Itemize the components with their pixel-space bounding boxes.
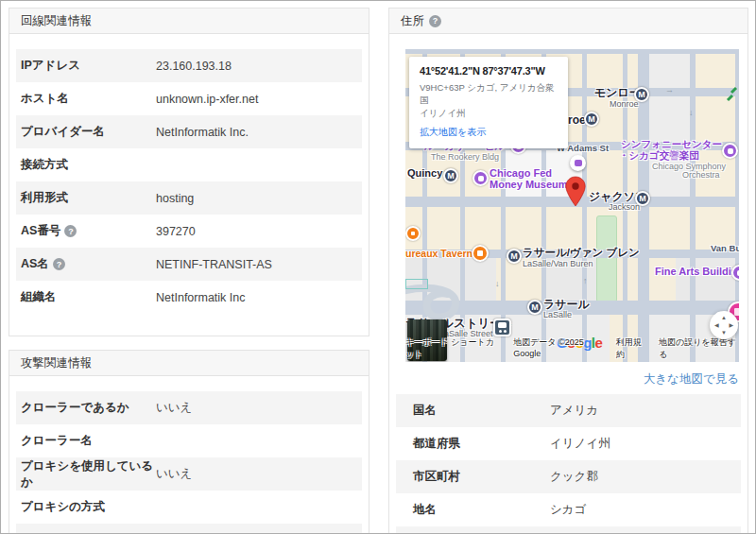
metro-icon-monroe-2[interactable]: M: [584, 112, 599, 127]
metro-icon-lasalle[interactable]: M: [527, 300, 542, 315]
location-marker-pin[interactable]: [565, 176, 586, 207]
label-text: 国名: [413, 403, 437, 419]
metro-icon-jackson[interactable]: M: [635, 191, 650, 206]
row-value: NETINF-TRANSIT-AS: [156, 258, 272, 271]
label-text: 利用形式: [21, 190, 68, 206]
network-card-title: 回線関連情報: [21, 13, 92, 29]
row-label: プロバイダー名: [16, 124, 156, 140]
row-value: いいえ: [156, 466, 192, 482]
table-row: 利用形式 hosting: [16, 181, 362, 215]
label-text: 組織名: [21, 289, 57, 305]
pan-left-icon[interactable]: ◀: [714, 322, 719, 328]
address-line-2: イリノイ州: [420, 107, 558, 119]
poi-label-tavern: ureaux Tavern: [405, 248, 472, 259]
table-row: プロキシの方式: [16, 491, 362, 524]
report-map-error-link[interactable]: 地図の誤りを報告する: [659, 336, 736, 361]
row-label: プロキシの方式: [16, 499, 156, 515]
station-sublabel-jackson: Jackson: [609, 202, 640, 212]
table-row: ホスト名 unknown.ip-xfer.net: [16, 82, 362, 115]
table-row: プロキシを使用しているか いいえ: [16, 457, 362, 491]
table-row-cut: [396, 526, 741, 534]
network-card-header: 回線関連情報: [9, 9, 369, 34]
table-row: 市区町村 クック郡: [396, 460, 741, 493]
table-row: AS番号? 397270: [16, 215, 362, 248]
label-text: クローラーであるか: [21, 400, 129, 416]
network-card-body: IPアドレス 23.160.193.18 ホスト名 unknown.ip-xfe…: [9, 34, 369, 314]
attack-card-title: 攻撃関連情報: [21, 355, 92, 371]
poi-sublabel-symphony-2: Orchestra: [682, 170, 720, 180]
help-icon[interactable]: ?: [64, 225, 77, 237]
coordinates-title: 41°52'41.2"N 87°37'47.3"W: [420, 65, 558, 77]
station-sublabel-lasalle: LaSalle: [543, 310, 572, 319]
pan-down-icon[interactable]: ▼: [721, 330, 727, 336]
poi-icon-fed-museum[interactable]: [472, 170, 489, 186]
station-label-quincy: Quincy: [407, 167, 442, 179]
table-row: クローラーであるか いいえ: [16, 391, 362, 424]
label-text: クローラー名: [21, 433, 93, 449]
poi-label-fed-2: Money Museum: [490, 179, 568, 190]
help-icon[interactable]: ?: [53, 258, 65, 270]
metro-icon-monroe[interactable]: M: [634, 87, 649, 102]
help-icon[interactable]: ?: [429, 15, 441, 27]
poi-icon-symphony[interactable]: [722, 143, 738, 159]
row-label: IPアドレス: [16, 58, 156, 74]
road-arrow-icon: ↓: [689, 108, 694, 117]
label-text: AS名: [21, 256, 49, 272]
row-label: 利用形式: [16, 190, 156, 206]
map-pan-control[interactable]: ▲ ▼ ◀ ▶: [710, 311, 738, 339]
attack-info-card: 攻撃関連情報 クローラーであるか いいえ クローラー名 プロキシを使用しているか…: [9, 350, 369, 534]
row-value: hosting: [156, 192, 194, 205]
keyboard-shortcuts-button[interactable]: キーボード ショートカット: [405, 336, 501, 361]
poi-sublabel-rookery: The Rookery Bldg: [431, 152, 499, 162]
attack-card-body: クローラーであるか いいえ クローラー名 プロキシを使用しているか いいえ プロ…: [9, 376, 369, 534]
poi-label-fed-1: Chicago Fed: [490, 167, 552, 179]
address-card: 住所 ?: [388, 8, 748, 534]
row-value: NetInformatik Inc.: [156, 126, 249, 139]
metro-icon-lasalle-vanburen[interactable]: M: [507, 249, 522, 264]
map-embed[interactable]: → ↓ ↓ ↑ モンロー M Monroe roe M ルーカリー・ビル The…: [405, 49, 739, 362]
terms-link[interactable]: 利用規約: [616, 336, 646, 361]
train-station-icon[interactable]: [493, 319, 511, 336]
table-row: AS名? NETINF-TRANSIT-AS: [16, 248, 362, 281]
row-label: 国名: [396, 403, 550, 419]
row-value: シカゴ: [550, 502, 586, 518]
road-arrow-icon: ↓: [495, 279, 500, 288]
row-value: イリノイ州: [550, 436, 610, 452]
row-label: AS番号?: [16, 223, 156, 239]
ip-lookup-page: 回線関連情報 IPアドレス 23.160.193.18 ホスト名 unknown…: [0, 0, 756, 534]
row-label: 都道府県: [396, 436, 550, 452]
label-text: ホスト名: [21, 91, 69, 107]
label-text: 都道府県: [413, 436, 460, 452]
row-label: クローラー名: [16, 433, 156, 449]
pan-up-icon[interactable]: ▲: [721, 315, 727, 320]
street-label-vanburen: Van Buren: [711, 243, 739, 253]
table-row: 都道府県 イリノイ州: [396, 427, 741, 460]
label-text: プロキシを使用しているか: [21, 458, 156, 491]
pan-right-icon[interactable]: ▶: [729, 322, 733, 328]
table-row: プロバイダー名 NetInformatik Inc.: [16, 115, 362, 148]
row-label: 市区町村: [396, 469, 550, 485]
restaurant-icon-tavern[interactable]: [472, 245, 489, 262]
row-label: 地名: [396, 502, 550, 518]
label-text: 市区町村: [413, 469, 460, 485]
view-larger-map-link[interactable]: 大きな地図で見る: [644, 371, 739, 388]
attack-card-header: 攻撃関連情報: [9, 351, 369, 376]
network-info-card: 回線関連情報 IPアドレス 23.160.193.18 ホスト名 unknown…: [9, 8, 369, 336]
restaurant-icon[interactable]: [405, 226, 421, 241]
label-text: 接続方式: [21, 157, 68, 173]
label-text: IPアドレス: [21, 58, 80, 74]
station-label-lasalle-vanburen: ラサール/ヴァン ブレン: [523, 246, 640, 260]
map-data-attribution: 地図データ ©2025 Google: [513, 336, 604, 361]
metro-icon-quincy[interactable]: M: [443, 168, 458, 183]
row-value: アメリカ: [550, 403, 598, 419]
row-label: プロキシを使用しているか: [16, 458, 156, 491]
photo-spot-icon[interactable]: [570, 155, 586, 171]
row-value: クック郡: [550, 469, 598, 485]
table-row: 地名 シカゴ: [396, 493, 741, 526]
table-row: 組織名 NetInformatik Inc: [16, 281, 362, 314]
label-text: 地名: [413, 502, 437, 518]
map-info-card: 41°52'41.2"N 87°37'47.3"W V9HC+63P シカゴ, …: [409, 57, 568, 148]
address-card-title: 住所: [401, 13, 424, 29]
address-table: 国名 アメリカ 都道府県 イリノイ州 市区町村 クック郡 地名 シカゴ: [396, 394, 741, 534]
enlarge-map-link[interactable]: 拡大地図を表示: [420, 126, 558, 139]
